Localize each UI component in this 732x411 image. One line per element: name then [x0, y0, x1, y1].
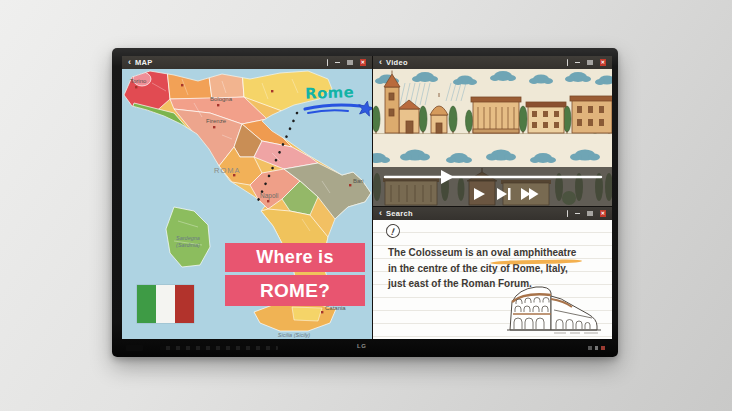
search-result-note: ! The Colosseum is an oval amphitheatre … [373, 220, 612, 339]
sensor-icon [588, 346, 592, 350]
map-canvas[interactable]: Torino Bologna Firenze ROMA Napoli Bari … [122, 69, 372, 339]
sensor-icon [595, 346, 599, 350]
speaker-grille [160, 346, 278, 350]
video-titlebar[interactable]: ‹ Video ✕ [373, 56, 612, 69]
maximize-icon[interactable] [347, 60, 353, 66]
video-illustration [373, 69, 612, 206]
map-window-title: MAP [135, 58, 153, 67]
minimize-icon[interactable] [335, 62, 340, 64]
label-napoli: Napoli [260, 192, 278, 200]
back-icon[interactable]: ‹ [128, 56, 131, 69]
classical-building-3 [570, 96, 612, 133]
lg-brand-logo: LG [357, 343, 366, 349]
screen: ‹ MAP ✕ [122, 56, 612, 339]
search-titlebar[interactable]: ‹ Search ✕ [373, 207, 612, 220]
question-box-line1: Where is [225, 243, 365, 272]
search-window-title: Search [386, 209, 413, 218]
display-frame: ‹ MAP ✕ [112, 48, 618, 357]
highlighted-phrase: oval amphitheatre [491, 245, 577, 261]
more-options-icon[interactable] [327, 59, 329, 66]
label-sardegna: Sardegna [176, 235, 200, 241]
more-options-icon[interactable] [567, 59, 569, 66]
close-icon[interactable]: ✕ [600, 210, 607, 217]
label-bologna: Bologna [210, 96, 233, 102]
maximize-icon[interactable] [587, 60, 593, 66]
back-icon[interactable]: ‹ [379, 207, 382, 220]
label-bari: Bari [353, 178, 364, 184]
classical-building-1 [471, 97, 521, 133]
sicily-island [254, 302, 336, 331]
classical-building-2 [526, 102, 566, 133]
close-icon[interactable]: ✕ [360, 59, 367, 66]
speaker-grille [126, 345, 143, 351]
label-sicilia: Sicilia (Sicily) [278, 332, 311, 338]
maximize-icon[interactable] [587, 211, 593, 217]
italy-flag [137, 285, 194, 323]
video-player[interactable] [373, 69, 612, 206]
minimize-icon[interactable] [575, 62, 580, 64]
back-icon[interactable]: ‹ [379, 56, 382, 69]
search-window: ‹ Search ✕ ! The Colosseum is an oval am… [373, 207, 612, 339]
label-roma: ROMA [214, 166, 241, 175]
map-window: ‹ MAP ✕ [122, 56, 372, 339]
power-led-icon [601, 346, 605, 350]
close-icon[interactable]: ✕ [600, 59, 607, 66]
minimize-icon[interactable] [575, 213, 580, 215]
colosseum-illustration [504, 284, 604, 336]
label-torino: Torino [130, 78, 147, 84]
video-window-title: Video [386, 58, 408, 67]
video-window: ‹ Video ✕ [373, 56, 612, 206]
blue-underline-and-star [302, 100, 372, 118]
exclamation-icon: ! [385, 223, 401, 239]
more-options-icon[interactable] [567, 210, 569, 217]
star-icon [357, 100, 372, 117]
label-sardinia-en: (Sardinia) [176, 242, 200, 248]
bezel-indicator-icons [588, 346, 605, 350]
label-firenze: Firenze [206, 118, 227, 124]
map-titlebar[interactable]: ‹ MAP ✕ [122, 56, 372, 69]
question-box-line2: ROME? [225, 275, 365, 306]
